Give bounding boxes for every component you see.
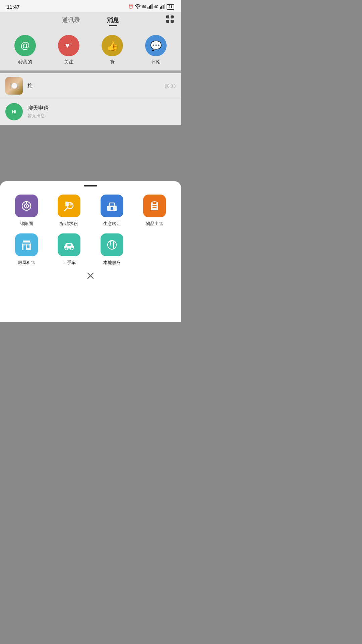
svg-rect-12: [171, 20, 174, 23]
job-label: 招聘求职: [60, 221, 78, 227]
bottom-sheet: 绵阳圈 招聘求职 生意转让: [0, 181, 181, 322]
follow-label: 关注: [64, 59, 73, 65]
chat-item-mei[interactable]: 🍽️ 梅 08:33: [0, 73, 181, 99]
signal-5g-icon: 56: [142, 5, 146, 9]
svg-rect-39: [67, 244, 71, 246]
status-bar: 11:47 ⏰ 56 4G: [0, 0, 181, 12]
divider: [0, 70, 181, 73]
sheet-grid-row1: 绵阳圈 招聘求职 生意转让: [0, 195, 181, 227]
comment-label: 评论: [151, 59, 161, 65]
mianyang-circle-label: 绵阳圈: [20, 221, 33, 227]
chat-list: 🍽️ 梅 08:33 HI 聊天申请 暂无消息: [0, 73, 181, 125]
svg-rect-6: [161, 6, 162, 9]
notif-follow[interactable]: ♥+ 关注: [58, 35, 79, 65]
like-label: 赞: [110, 59, 115, 65]
svg-rect-5: [160, 7, 161, 9]
svg-rect-3: [150, 5, 151, 9]
sheet-item-house-rental[interactable]: 房屋租售: [7, 233, 46, 266]
chat-sub-request: 暂无消息: [27, 113, 176, 119]
like-icon-circle: 👍: [102, 35, 123, 56]
signal-bars-icon: [147, 4, 153, 10]
notif-at-me[interactable]: @ @我的: [14, 35, 36, 65]
svg-rect-1: [147, 7, 148, 9]
chat-time-mei: 08:33: [165, 84, 176, 89]
4g-icon: 4G: [154, 5, 159, 9]
sheet-item-local-service[interactable]: 本地服务: [92, 233, 132, 266]
business-transfer-icon-box: [101, 195, 123, 217]
house-rental-icon-box: [15, 233, 38, 256]
mianyang-circle-icon-box: [15, 195, 38, 217]
at-me-label: @我的: [18, 59, 32, 65]
notif-comment[interactable]: 💬 评论: [145, 35, 167, 65]
status-icons: ⏰ 56 4G 21: [128, 4, 174, 10]
chat-name-mei: 梅: [27, 83, 160, 90]
svg-rect-30: [23, 240, 30, 243]
svg-point-20: [69, 203, 72, 206]
close-button[interactable]: [0, 271, 181, 282]
svg-rect-2: [149, 6, 150, 9]
sheet-item-business-transfer[interactable]: 生意转让: [92, 195, 132, 227]
business-transfer-label: 生意转让: [103, 221, 121, 227]
sheet-item-used-car[interactable]: 二手车: [50, 233, 89, 266]
svg-rect-9: [166, 15, 169, 18]
svg-point-37: [65, 247, 68, 250]
follow-icon-circle: ♥+: [58, 35, 79, 56]
app-area: 通讯录 消息 @ @我的 ♥+ 关注 👍: [0, 12, 181, 207]
sheet-item-items-sale[interactable]: 物品出售: [135, 195, 175, 227]
sheet-handle: [84, 185, 97, 186]
chat-item-request[interactable]: HI 聊天申请 暂无消息: [0, 99, 181, 125]
status-time: 11:47: [7, 4, 19, 10]
items-sale-icon-box: [143, 195, 166, 217]
alarm-icon: ⏰: [128, 4, 133, 9]
svg-rect-33: [27, 245, 29, 248]
local-service-label: 本地服务: [103, 260, 121, 266]
notification-row: @ @我的 ♥+ 关注 👍 赞 💬 评论: [0, 28, 181, 70]
signal-bars2-icon: [160, 4, 165, 10]
svg-point-0: [137, 7, 138, 9]
nav-messages[interactable]: 消息: [94, 16, 132, 24]
chat-info-mei: 梅: [27, 83, 160, 90]
grid-menu-icon[interactable]: [166, 15, 174, 25]
used-car-icon-box: [58, 233, 80, 256]
svg-point-15: [26, 205, 27, 207]
wifi-icon: [135, 4, 141, 10]
battery-icon: 21: [167, 4, 174, 10]
job-icon-box: [58, 195, 80, 217]
svg-point-38: [70, 247, 73, 250]
chat-name-request: 聊天申请: [27, 105, 176, 112]
avatar-request: HI: [5, 103, 23, 120]
empty-cell: [135, 233, 158, 266]
svg-rect-7: [163, 5, 164, 9]
svg-rect-4: [152, 4, 153, 9]
sheet-item-mianyang-circle[interactable]: 绵阳圈: [7, 195, 46, 227]
svg-rect-32: [23, 245, 26, 250]
svg-point-40: [108, 240, 116, 249]
at-me-icon-circle: @: [14, 35, 36, 56]
svg-rect-21: [65, 202, 69, 206]
comment-icon-circle: 💬: [145, 35, 167, 56]
sheet-item-job[interactable]: 招聘求职: [50, 195, 89, 227]
chat-info-request: 聊天申请 暂无消息: [27, 105, 176, 119]
notif-like[interactable]: 👍 赞: [102, 35, 123, 65]
house-rental-label: 房屋租售: [18, 260, 35, 266]
svg-line-19: [65, 208, 67, 211]
svg-rect-8: [164, 4, 165, 9]
local-service-icon-box: [101, 233, 123, 256]
svg-point-25: [152, 202, 157, 204]
used-car-label: 二手车: [63, 260, 76, 266]
svg-rect-24: [111, 207, 113, 210]
nav-contacts[interactable]: 通讯录: [49, 16, 94, 24]
items-sale-label: 物品出售: [146, 221, 163, 227]
sheet-grid-row2: 房屋租售 二手车: [0, 233, 181, 266]
top-nav: 通讯录 消息: [0, 12, 181, 28]
svg-rect-10: [171, 15, 174, 18]
svg-rect-11: [166, 20, 169, 23]
avatar-mei: 🍽️: [5, 77, 23, 95]
